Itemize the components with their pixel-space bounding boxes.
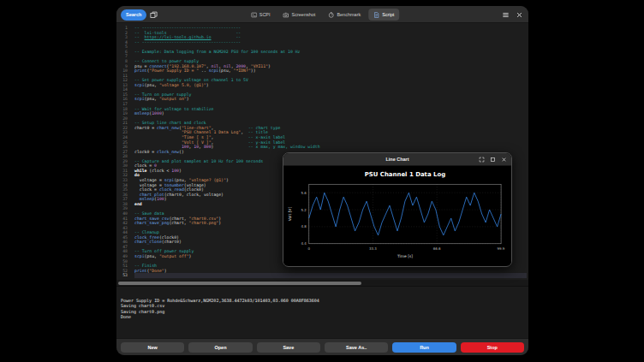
overlapping-squares-icon xyxy=(150,11,158,19)
tab-scpi[interactable]: SCPI xyxy=(246,9,276,21)
svg-text:66.6: 66.6 xyxy=(433,246,441,251)
search-button[interactable]: Search xyxy=(121,9,146,21)
tab-label: Benchmark xyxy=(337,12,361,17)
stop-button[interactable]: Stop xyxy=(461,342,524,353)
open-button[interactable]: Open xyxy=(188,342,252,353)
view-switcher: SCPIScreenshotBenchmarkScript xyxy=(246,9,400,21)
chart-window-title: Line Chart xyxy=(385,157,408,162)
save-button[interactable]: Save xyxy=(257,342,320,353)
terminal-icon xyxy=(251,12,257,18)
svg-text:Volt [V]: Volt [V] xyxy=(288,207,292,222)
svg-text:PSU Channel 1 Data Log: PSU Channel 1 Data Log xyxy=(365,171,445,178)
svg-text:99.9: 99.9 xyxy=(497,246,504,251)
close-icon xyxy=(516,11,523,19)
chart-window-controls xyxy=(476,155,509,165)
tab-label: SCPI xyxy=(259,12,271,17)
menu-icon xyxy=(502,11,510,19)
benchmark-icon xyxy=(328,12,334,18)
run-button[interactable]: Run xyxy=(392,342,456,353)
svg-text:5.6: 5.6 xyxy=(301,191,307,195)
fullscreen-icon xyxy=(479,157,485,163)
chart-canvas: PSU Channel 1 Data Log4.44.85.25.6033.36… xyxy=(283,166,511,265)
header-bar: Search SCPIScreenshotBenchmarkScript xyxy=(116,6,528,23)
svg-text:4.4: 4.4 xyxy=(301,241,307,246)
tab-script[interactable]: Script xyxy=(368,9,399,21)
console-output[interactable]: Power Supply ID = Rohde&Schwarz,NGM202,3… xyxy=(116,286,528,338)
new-button[interactable]: New xyxy=(121,342,184,353)
scrollbar-thumb[interactable] xyxy=(118,282,361,285)
camera-icon xyxy=(283,12,289,18)
chart-close-button[interactable] xyxy=(498,155,509,165)
menu-button[interactable] xyxy=(499,9,511,21)
svg-text:5.2: 5.2 xyxy=(301,208,307,212)
close-icon xyxy=(501,157,507,163)
svg-text:0: 0 xyxy=(308,246,311,251)
console-line: Done xyxy=(121,314,528,319)
line-chart-window: Line Chart PSU Channel 1 Data Log4.44.85… xyxy=(283,152,512,267)
line-numbers: 1234567891011121314151617181920212223242… xyxy=(116,26,131,278)
chart-maximize-button[interactable] xyxy=(487,155,498,165)
script-icon xyxy=(373,12,379,18)
panel-toggle-button[interactable] xyxy=(147,9,159,21)
tab-label: Script xyxy=(382,12,394,17)
code-line xyxy=(134,273,527,278)
titlebar-controls xyxy=(499,9,525,21)
svg-text:4.8: 4.8 xyxy=(301,224,307,228)
tab-screenshot[interactable]: Screenshot xyxy=(278,9,321,21)
window-close-button[interactable] xyxy=(513,9,525,21)
tab-label: Screenshot xyxy=(292,12,316,17)
svg-text:Time [s]: Time [s] xyxy=(397,254,413,258)
action-bar: NewOpenSaveSave As..RunStop xyxy=(116,338,528,355)
maximize-icon xyxy=(490,157,496,163)
editor-horizontal-scrollbar[interactable] xyxy=(116,280,528,286)
svg-text:33.3: 33.3 xyxy=(369,246,377,251)
chart-fullscreen-button[interactable] xyxy=(476,155,486,165)
tab-benchmark[interactable]: Benchmark xyxy=(323,9,366,21)
save-as-button[interactable]: Save As.. xyxy=(325,342,388,353)
line-chart-plot: PSU Channel 1 Data Log4.44.85.25.6033.36… xyxy=(283,166,511,265)
chart-header-bar: Line Chart xyxy=(283,153,511,166)
